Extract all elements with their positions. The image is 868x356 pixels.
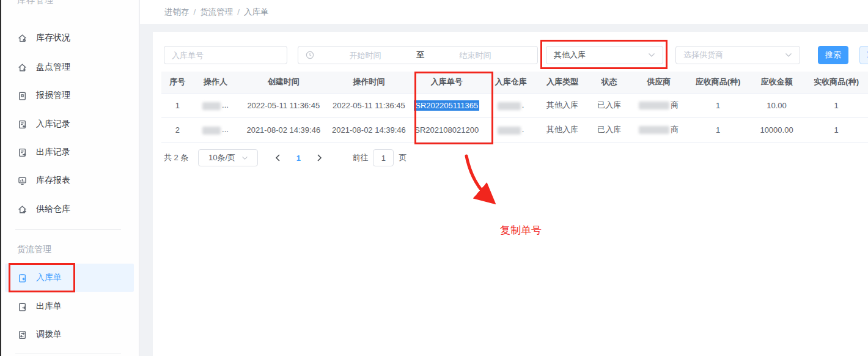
chevron-down-icon	[785, 53, 792, 57]
cell-operated: 2022-05-11 11:36:45	[329, 93, 408, 117]
page-number-1[interactable]: 1	[290, 154, 307, 163]
cell-supplier: 商	[630, 93, 687, 117]
redacted-text	[498, 127, 521, 135]
clipboard-out-icon	[17, 302, 28, 312]
col-expected-amount: 应收金额	[749, 72, 805, 93]
col-order-no: 入库单号	[408, 72, 485, 93]
cell-warehouse: .	[485, 117, 537, 142]
redacted-text	[498, 102, 521, 110]
cell-status: 已入库	[588, 93, 630, 117]
col-operated: 操作时间	[329, 72, 408, 93]
sidebar-item-label: 调拨单	[36, 329, 62, 340]
table-row: 1 ... 2022-05-11 11:36:45 2022-05-11 11:…	[161, 93, 868, 117]
sidebar-item-supply-warehouse[interactable]: 供给仓库	[5, 195, 134, 223]
breadcrumb-separator: /	[237, 7, 240, 17]
page-size-select[interactable]: 10条/页	[198, 149, 258, 166]
inbound-type-value: 其他入库	[554, 50, 648, 61]
sidebar-item-stocktake[interactable]: 盘点管理	[5, 53, 134, 81]
cell-order-no[interactable]: SR202205111365	[408, 93, 485, 117]
doc-out-icon	[17, 147, 28, 158]
cell-received-items: 1	[804, 117, 868, 142]
sidebar-item-outbound-records[interactable]: 出库记录	[5, 138, 134, 166]
chevron-down-icon	[241, 156, 248, 160]
col-warehouse: 入库仓库	[485, 72, 537, 93]
supplier-select[interactable]: 选择供货商	[675, 46, 800, 64]
table-header-row: 序号 操作人 创建时间 操作时间 入库单号 入库仓库 入库类型 状态 供应商 应…	[161, 72, 868, 93]
clock-icon	[306, 51, 314, 59]
col-operator: 操作人	[194, 72, 238, 93]
sidebar-section-logistics: 货流管理	[17, 244, 51, 255]
order-no-input[interactable]	[164, 46, 287, 64]
col-index: 序号	[161, 72, 194, 93]
breadcrumb-item-erp[interactable]: 进销存	[164, 7, 189, 18]
cell-operated: 2021-08-02 14:39:46	[329, 117, 408, 142]
sidebar-item-label: 报损管理	[36, 90, 70, 101]
sidebar-divider	[15, 229, 121, 230]
cell-created: 2021-08-02 14:39:46	[237, 117, 329, 142]
sidebar-item-transfer-order[interactable]: 调拨单	[5, 321, 134, 349]
redacted-text	[202, 127, 221, 135]
sidebar-item-label: 库存状况	[36, 32, 70, 43]
sidebar-divider	[15, 354, 121, 354]
sidebar-top-section: 库存管理	[17, 0, 54, 12]
pagination-total: 共 2 条	[164, 152, 188, 163]
page: 库存管理 库存状况 盘点管理 报损管理 入库记录	[0, 0, 868, 356]
home-icon	[17, 62, 28, 73]
report-icon	[17, 176, 28, 186]
cell-received-items: 1	[804, 93, 868, 117]
date-start-input[interactable]	[314, 51, 416, 60]
inbound-type-select[interactable]: 其他入库	[546, 46, 663, 64]
col-type: 入库类型	[537, 72, 589, 93]
selected-order-no: SR202205111365	[414, 100, 479, 111]
next-page-button[interactable]	[311, 149, 328, 166]
sidebar-item-label: 库存报表	[36, 175, 70, 186]
cell-operator: ...	[194, 117, 238, 142]
sidebar-item-label: 出库单	[36, 301, 62, 312]
page-unit-label: 页	[399, 152, 406, 163]
breadcrumb-item-logistics[interactable]: 货流管理	[200, 7, 233, 18]
sidebar-item-inbound-order[interactable]: 入库单	[5, 264, 134, 292]
sidebar-item-label: 供给仓库	[36, 204, 70, 215]
breadcrumb-separator: /	[194, 7, 196, 17]
search-button[interactable]: 搜索	[818, 46, 848, 64]
cell-type: 其他入库	[537, 93, 589, 117]
sidebar-top-section-label: 库存管理	[17, 0, 54, 6]
table-row: 2 ... 2021-08-02 14:39:46 2021-08-02 14:…	[161, 117, 868, 142]
sidebar-item-label: 盘点管理	[36, 62, 70, 73]
goto-label: 前往	[352, 152, 368, 163]
goto-page-input[interactable]	[373, 149, 394, 166]
cell-created: 2022-05-11 11:36:45	[237, 93, 329, 117]
sidebar-item-stock-report[interactable]: 库存报表	[5, 166, 134, 195]
sidebar-item-damage[interactable]: 报损管理	[5, 81, 134, 109]
chevron-down-icon	[648, 53, 655, 57]
cell-expected-items: 1	[687, 93, 749, 117]
redacted-text	[639, 102, 669, 109]
home-icon	[17, 33, 28, 43]
page-size-value: 10条/页	[208, 152, 235, 163]
sidebar-item-label: 入库记录	[36, 119, 70, 130]
date-end-input[interactable]	[424, 51, 526, 60]
sidebar-item-stock-status[interactable]: 库存状况	[5, 24, 134, 52]
breadcrumb-bar: 进销存 / 货流管理 / 入库单	[140, 0, 868, 24]
warehouse-icon	[17, 204, 28, 215]
date-range-picker[interactable]: 至	[298, 46, 538, 64]
cell-operator: ...	[194, 93, 238, 117]
cell-expected-amount: 10.00	[749, 93, 805, 117]
col-status: 状态	[588, 72, 630, 93]
reset-button[interactable]: 重置	[859, 46, 868, 64]
sidebar-item-label: 出库记录	[36, 147, 70, 158]
sidebar-item-label: 入库单	[36, 272, 62, 283]
cell-index: 2	[161, 117, 194, 142]
date-separator-label: 至	[416, 50, 424, 61]
cell-order-no[interactable]: SR202108021200	[408, 117, 485, 142]
cell-supplier: 商	[630, 117, 687, 142]
cell-type: 其他入库	[537, 117, 589, 142]
inbound-orders-table: 序号 操作人 创建时间 操作时间 入库单号 入库仓库 入库类型 状态 供应商 应…	[161, 72, 868, 143]
col-expected-items: 应收商品(种)	[687, 72, 749, 93]
sidebar-item-inbound-records[interactable]: 入库记录	[5, 110, 134, 138]
prev-page-button[interactable]	[269, 149, 286, 166]
pagination: 共 2 条 10条/页 1 前往 页	[164, 149, 406, 167]
transfer-icon	[17, 330, 28, 340]
cell-status: 已入库	[588, 117, 630, 142]
sidebar-item-outbound-order[interactable]: 出库单	[5, 292, 134, 321]
